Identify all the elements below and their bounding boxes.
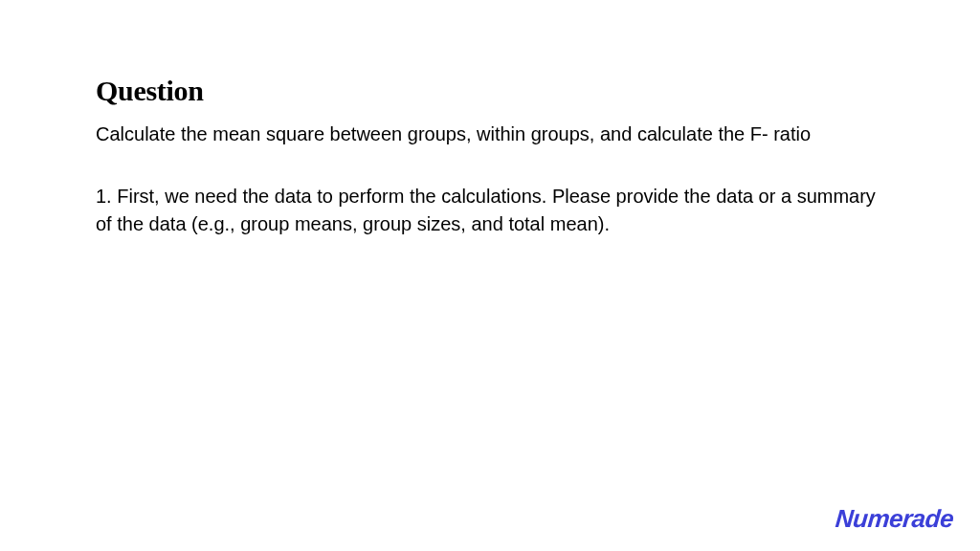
answer-step-1: 1. First, we need the data to perform th… bbox=[96, 183, 884, 238]
content-container: Question Calculate the mean square betwe… bbox=[0, 0, 980, 238]
numerade-logo: Numerade bbox=[835, 504, 953, 534]
question-prompt: Calculate the mean square between groups… bbox=[96, 121, 884, 148]
question-heading: Question bbox=[96, 75, 884, 107]
logo-text: Numerade bbox=[834, 504, 954, 534]
